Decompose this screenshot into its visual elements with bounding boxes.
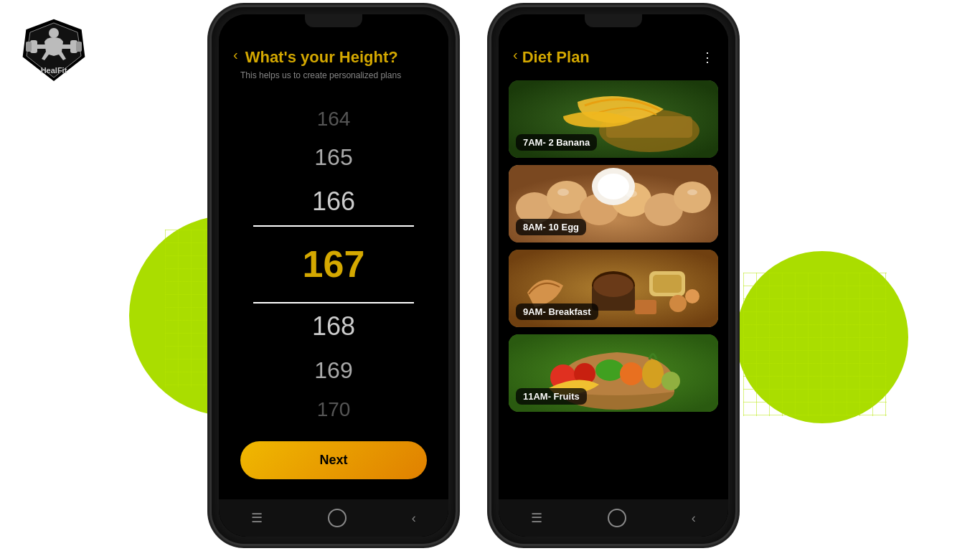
diet-list: 7AM- 2 Banana [499,75,728,537]
bg-grid-right [743,273,887,416]
home-icon-right[interactable] [608,509,626,527]
diet-item-eggs[interactable]: 8AM- 10 Egg [509,165,718,242]
svg-point-19 [557,189,569,196]
phone-left-screen: ‹ What's your Height? This helps us to c… [219,14,448,537]
more-options-button[interactable]: ⋮ [701,50,714,65]
back-button-left[interactable]: ‹ [233,47,238,63]
phone-notch-left [305,14,362,27]
bottom-bar-left: ☰ ‹ [219,499,448,537]
next-button[interactable]: Next [240,441,427,479]
svg-rect-30 [635,300,656,314]
svg-point-35 [595,359,624,381]
diet-screen: ‹ Diet Plan ⋮ [499,14,728,537]
back-icon-bottom-right[interactable]: ‹ [692,511,696,526]
svg-point-16 [674,182,711,213]
phone-right-screen: ‹ Diet Plan ⋮ [499,14,728,537]
height-165[interactable]: 165 [233,137,434,179]
diet-item-breakfast[interactable]: 9AM- Breakfast [509,250,718,327]
svg-point-5 [49,28,59,38]
svg-point-20 [626,190,637,197]
height-164[interactable]: 164 [233,101,434,137]
menu-icon-left[interactable]: ☰ [251,510,263,526]
diet-label-fruits: 11AM- Fruits [516,388,587,405]
back-icon-bottom-left[interactable]: ‹ [412,511,416,526]
diet-item-fruits[interactable]: 11AM- Fruits [509,334,718,412]
height-screen: ‹ What's your Height? This helps us to c… [219,14,448,537]
svg-text:HealFit: HealFit [41,66,67,75]
svg-point-37 [642,359,664,388]
height-170[interactable]: 170 [233,392,434,428]
phone-right-body: ‹ Diet Plan ⋮ [491,7,735,544]
healfit-logo-svg: HealFit [14,14,93,86]
phone-notch-right [585,14,642,27]
diet-label-eggs: 8AM- 10 Egg [516,219,586,235]
height-title: What's your Height? [245,48,398,67]
height-167-selected[interactable]: 167 [233,231,434,298]
height-subtitle: This helps us to create personalized pla… [240,70,434,80]
logo-container: HealFit [14,14,93,86]
home-icon-left[interactable] [328,509,347,527]
diet-title: Diet Plan [522,48,590,67]
svg-point-21 [687,189,697,195]
diet-label-banana: 7AM- 2 Banana [516,134,597,151]
svg-rect-3 [26,42,32,52]
menu-icon-right[interactable]: ☰ [531,510,542,526]
height-selector[interactable]: 164 165 166 167 168 169 [219,88,448,441]
phone-left: ‹ What's your Height? This helps us to c… [212,7,456,544]
logo-badge: HealFit [14,14,93,86]
diet-label-breakfast: 9AM- Breakfast [516,303,598,320]
svg-rect-27 [653,275,682,293]
diet-header-left: ‹ Diet Plan [513,47,590,67]
bottom-bar-right: ☰ ‹ [499,499,728,537]
height-169[interactable]: 169 [233,350,434,392]
height-168[interactable]: 168 [233,303,434,350]
back-button-right[interactable]: ‹ [513,47,518,63]
svg-point-36 [620,362,643,385]
diet-item-banana[interactable]: 7AM- 2 Banana [509,80,718,158]
svg-point-25 [593,274,633,297]
svg-point-29 [685,289,699,303]
svg-point-38 [661,372,680,390]
phone-right: ‹ Diet Plan ⋮ [491,7,735,544]
phone-left-body: ‹ What's your Height? This helps us to c… [212,7,456,544]
svg-rect-4 [76,42,82,52]
svg-point-28 [669,295,687,312]
svg-point-18 [598,174,629,199]
height-166[interactable]: 166 [233,179,434,225]
